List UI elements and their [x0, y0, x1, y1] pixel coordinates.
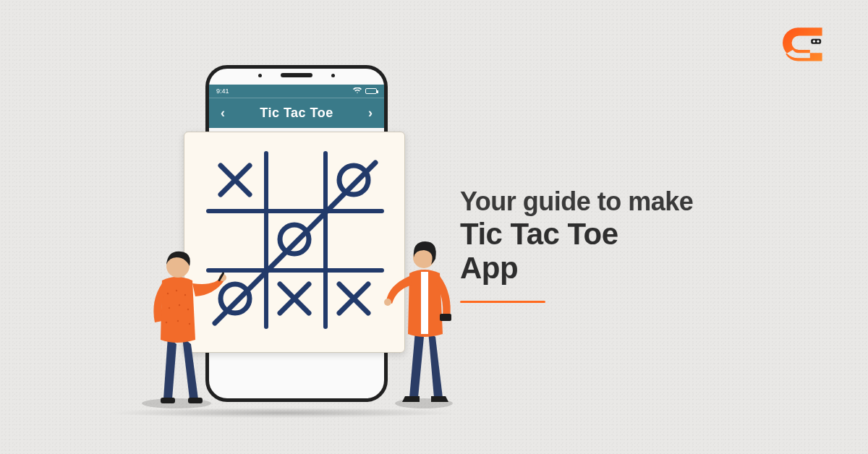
svg-rect-8: [161, 398, 175, 403]
hero-heading: Your guide to make Tic Tac Toe App: [460, 187, 693, 303]
phone-notch: [209, 69, 384, 85]
svg-point-18: [189, 323, 190, 325]
svg-point-2: [817, 40, 819, 43]
heading-line-3: App: [460, 251, 693, 285]
cell-0-0[interactable]: [206, 151, 264, 209]
app-title: Tic Tac Toe: [260, 106, 333, 121]
tic-tac-toe-grid: [206, 151, 384, 329]
cell-0-2[interactable]: [325, 151, 383, 209]
svg-point-15: [187, 309, 189, 310]
svg-rect-24: [440, 314, 451, 321]
heading-line-1: Your guide to make: [460, 187, 693, 217]
battery-icon: [365, 88, 377, 94]
person-left-illustration: [126, 236, 227, 409]
app-bar: ‹ Tic Tac Toe ›: [209, 98, 384, 128]
person-right-illustration: [383, 228, 470, 409]
svg-point-23: [384, 299, 391, 306]
cell-2-2[interactable]: [325, 270, 383, 327]
brand-logo: [783, 27, 833, 69]
heading-line-2: Tic Tac Toe: [460, 217, 693, 251]
svg-point-3: [339, 166, 368, 194]
cell-0-1[interactable]: [265, 151, 323, 209]
status-time: 9:41: [216, 87, 229, 95]
back-chevron-icon[interactable]: ‹: [216, 103, 229, 124]
svg-point-4: [280, 225, 309, 254]
svg-point-11: [176, 290, 177, 291]
cell-2-1[interactable]: [265, 270, 323, 327]
phone-status-bar: 9:41: [209, 85, 384, 98]
svg-point-13: [169, 307, 170, 309]
svg-point-17: [177, 320, 179, 322]
svg-rect-9: [188, 398, 203, 403]
svg-point-16: [166, 322, 167, 323]
cell-1-2[interactable]: [325, 210, 383, 268]
svg-point-10: [167, 293, 169, 294]
cell-1-1[interactable]: [265, 210, 323, 268]
ground-shadow: [109, 408, 456, 418]
wifi-icon: [353, 87, 362, 95]
heading-underline: [460, 301, 545, 303]
svg-point-12: [184, 294, 186, 296]
svg-rect-0: [811, 39, 821, 44]
forward-chevron-icon[interactable]: ›: [364, 103, 377, 124]
svg-point-14: [179, 304, 180, 306]
svg-point-1: [813, 40, 815, 43]
